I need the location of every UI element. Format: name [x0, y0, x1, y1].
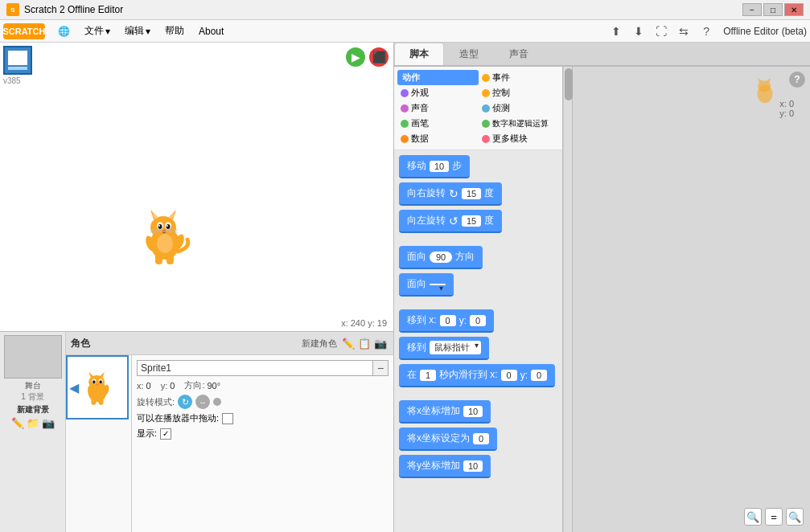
file-menu[interactable]: 文件 ▾	[78, 23, 117, 39]
app-icon: S	[6, 3, 19, 16]
cat-looks-dot	[401, 89, 409, 97]
rotation-controls: 旋转模式: ↻ ↔	[137, 395, 389, 409]
paint-backdrop-button[interactable]: ✏️	[11, 417, 24, 429]
sprite-name-input[interactable]	[137, 360, 389, 376]
block-face-toward[interactable]: 面向	[399, 273, 454, 297]
block-turn-right-input[interactable]: 15	[462, 188, 481, 199]
app-body: v385 ▶ ⬛	[0, 43, 810, 532]
new-backdrop-label: 新建背景	[17, 404, 49, 415]
drag-label: 可以在播放器中拖动:	[137, 412, 219, 424]
drag-checkbox[interactable]	[222, 413, 233, 424]
show-checkbox[interactable]: ✓	[160, 428, 171, 440]
sprite-thumb-list: ◀	[66, 355, 132, 532]
block-face-toward-dropdown[interactable]	[430, 284, 446, 285]
block-row-face-dir: 面向 90 方向	[399, 246, 557, 269]
block-goto-xy[interactable]: 移到 x: 0 y: 0	[399, 309, 494, 333]
no-rotate-button[interactable]	[213, 398, 221, 406]
turbo-icon[interactable]: ⇆	[675, 23, 693, 40]
workspace-help-button[interactable]: ?	[789, 72, 805, 88]
cat-control-dot	[482, 89, 490, 97]
svg-point-24	[157, 234, 173, 253]
minimize-button[interactable]: −	[742, 3, 762, 16]
block-glide-xy[interactable]: 在 1 秒内滑行到 x: 0 y: 0	[399, 364, 555, 387]
stop-button[interactable]: ⬛	[369, 47, 389, 67]
block-change-x-input[interactable]: 10	[463, 406, 483, 417]
edit-menu[interactable]: 编辑 ▾	[118, 23, 157, 39]
tab-sounds[interactable]: 声音	[494, 43, 544, 65]
svg-rect-36	[92, 398, 97, 404]
block-turn-right[interactable]: 向右旋转 ↻ 15 度	[399, 182, 502, 206]
tab-costumes[interactable]: 造型	[444, 43, 494, 65]
camera-sprite-button[interactable]: 📷	[372, 335, 389, 351]
block-turn-left-input[interactable]: 15	[462, 215, 481, 227]
fullscreen-icon[interactable]: ⛶	[652, 23, 670, 40]
zoom-reset-button[interactable]: =	[765, 508, 783, 526]
block-change-x[interactable]: 将x坐标增加 10	[399, 400, 491, 424]
stamp-sprite-button[interactable]: 📋	[356, 335, 372, 351]
block-goto-y-input[interactable]: 0	[470, 315, 486, 326]
backdrop-count: 1 背景	[21, 391, 43, 403]
svg-rect-1	[8, 51, 27, 65]
block-glide-y-input[interactable]: 0	[531, 370, 547, 381]
globe-menu[interactable]: 🌐	[51, 24, 76, 39]
blocks-scrollbar-thumb[interactable]	[565, 68, 573, 100]
tab-scripts[interactable]: 脚本	[394, 43, 444, 65]
block-set-x-input[interactable]: 0	[473, 433, 489, 444]
block-goto-x-input[interactable]: 0	[440, 315, 456, 326]
cat-pen[interactable]: 画笔	[397, 116, 479, 131]
block-glide-x-input[interactable]: 0	[501, 370, 517, 381]
paint-sprite-button[interactable]: ✏️	[340, 335, 356, 351]
block-goto-ptr-dropdown[interactable]: 鼠标指针	[430, 341, 481, 354]
block-row-face-toward: 面向	[399, 273, 557, 297]
rotation-mode-label: 旋转模式:	[137, 396, 175, 408]
block-change-y-input[interactable]: 10	[463, 460, 483, 472]
code-workspace[interactable]: x: 0 y: 0 ? ↖ 🔍 = 🔍	[573, 67, 810, 532]
sprite-arrow-icon: ◀	[69, 380, 79, 395]
camera-backdrop-button[interactable]: 📷	[42, 417, 55, 429]
question-icon[interactable]: ?	[697, 23, 715, 40]
cat-data-dot	[401, 135, 409, 143]
block-move-input[interactable]: 10	[430, 161, 449, 172]
block-goto-ptr[interactable]: 移到 鼠标指针	[399, 337, 489, 360]
cat-motion[interactable]: 动作	[397, 70, 479, 85]
zoom-out-button[interactable]: 🔍	[786, 508, 804, 526]
close-button[interactable]: ✕	[784, 3, 804, 16]
cat-moreblocks[interactable]: 更多模块	[479, 131, 560, 146]
delete-sprite-button[interactable]: −	[372, 360, 389, 376]
block-change-y[interactable]: 将y坐标增加 10	[399, 455, 491, 478]
svg-point-33	[97, 384, 99, 386]
block-face-dir-input[interactable]: 90	[430, 252, 452, 263]
cat-sound[interactable]: 声音	[397, 100, 479, 116]
workspace-xy-display: x: 0 y: 0	[779, 99, 794, 118]
download-icon[interactable]: ⬇	[630, 23, 648, 40]
rotate-lr-button[interactable]: ↔	[195, 395, 210, 409]
block-glide-t-input[interactable]: 1	[420, 370, 436, 381]
block-face-dir[interactable]: 面向 90 方向	[399, 246, 483, 269]
cat-operators[interactable]: 数字和逻辑运算	[479, 116, 560, 131]
upload-backdrop-button[interactable]: 📁	[27, 417, 39, 429]
cat-looks[interactable]: 外观	[397, 85, 479, 100]
svg-marker-40	[758, 78, 763, 83]
green-flag-button[interactable]: ▶	[346, 47, 365, 67]
maximize-button[interactable]: □	[763, 3, 783, 16]
cat-events[interactable]: 事件	[479, 70, 560, 85]
cat-control[interactable]: 控制	[479, 85, 560, 100]
block-turn-left[interactable]: 向左旋转 ↺ 15 度	[399, 210, 502, 233]
svg-point-31	[93, 380, 95, 383]
rotate-all-button[interactable]: ↻	[178, 395, 192, 409]
about-menu[interactable]: About	[192, 24, 230, 39]
sprite-section: 角色 新建角色 ✏️ 📋 📷 ◀	[66, 332, 393, 532]
block-set-x[interactable]: 将x坐标设定为 0	[399, 428, 497, 451]
cat-sensing[interactable]: 侦测	[479, 100, 560, 116]
cat-sound-dot	[401, 104, 409, 113]
cat-data[interactable]: 数据	[397, 131, 479, 146]
backdrop-thumbnail	[4, 335, 62, 379]
sprite-direction-prop: 方向: 90°	[184, 379, 220, 391]
blocks-scrollbar[interactable]	[563, 67, 573, 532]
zoom-in-button[interactable]: 🔍	[744, 508, 762, 526]
help-menu[interactable]: 帮助	[158, 23, 191, 39]
sprite-list-item[interactable]: ◀	[66, 355, 129, 419]
upload-icon[interactable]: ⬆	[607, 23, 625, 40]
stage-sprite-thumb: v385	[3, 46, 32, 85]
block-move[interactable]: 移动 10 步	[399, 155, 470, 178]
